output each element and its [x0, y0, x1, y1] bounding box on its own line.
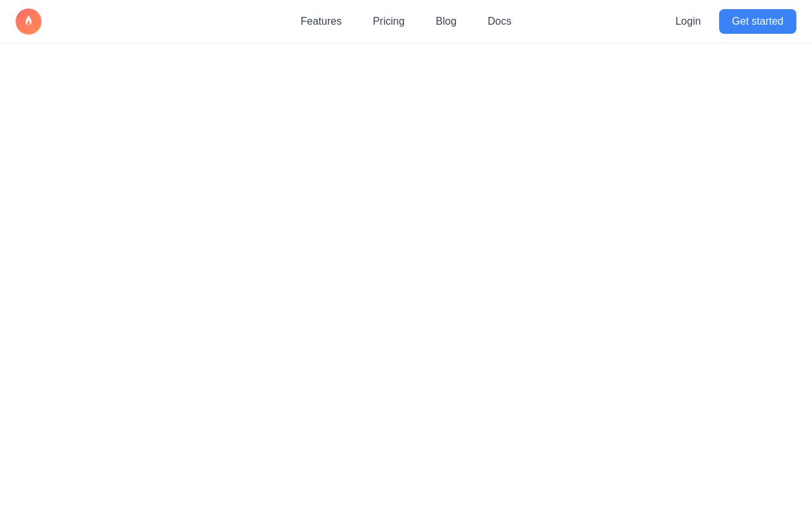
navbar: Features Pricing Blog Docs Login Get sta…	[0, 0, 812, 44]
nav-link-docs[interactable]: Docs	[488, 16, 511, 27]
nav-link-pricing[interactable]: Pricing	[373, 16, 405, 27]
nav-left	[16, 8, 42, 34]
logo-button[interactable]	[16, 8, 42, 34]
nav-links: Features Pricing Blog Docs	[301, 16, 512, 27]
get-started-button[interactable]: Get started	[719, 9, 796, 34]
nav-link-features[interactable]: Features	[301, 16, 342, 27]
nav-right: Login Get started	[668, 9, 796, 34]
login-button[interactable]: Login	[668, 10, 709, 32]
main-content	[0, 44, 812, 520]
flame-icon	[21, 14, 36, 29]
nav-link-blog[interactable]: Blog	[436, 16, 457, 27]
